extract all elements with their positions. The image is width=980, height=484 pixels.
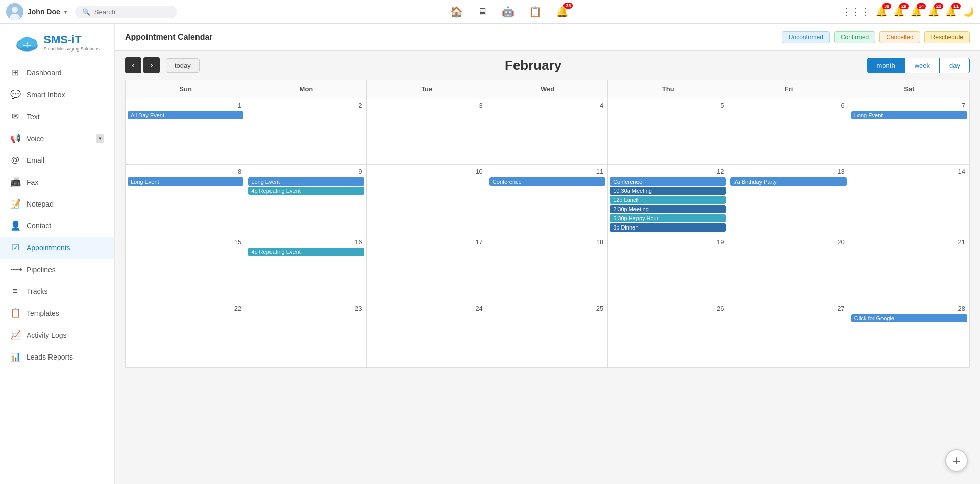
view-month-button[interactable]: month (867, 58, 905, 73)
legend-cancelled[interactable]: Cancelled (879, 31, 920, 43)
legend-confirmed[interactable]: Confirmed (834, 31, 875, 43)
darkmode-icon[interactable]: 🌙 (963, 6, 974, 17)
chevron-down-icon: ▾ (64, 9, 67, 15)
view-week-button[interactable]: week (905, 58, 940, 73)
cal-event[interactable]: 4p Repeating Event (248, 248, 364, 256)
cal-event[interactable]: 8p Dinner (610, 223, 726, 232)
cal-event[interactable]: Conference (489, 177, 605, 186)
legend-reschedule[interactable]: Reschedule (924, 31, 970, 43)
sidebar-label-smart-inbox: Smart Inbox (27, 91, 65, 99)
list-icon[interactable]: 📋 (529, 6, 542, 18)
bell-icon-1[interactable]: 🔔38 (876, 6, 887, 17)
legend-unconfirmed[interactable]: Unconfirmed (782, 31, 830, 43)
bell-icon-2[interactable]: 🔔29 (893, 6, 904, 17)
prev-button[interactable]: ‹ (125, 57, 141, 73)
day-cell[interactable]: 13 7a Birthday Party (728, 165, 849, 235)
cal-event[interactable]: Long Event (248, 177, 364, 186)
sidebar-item-appointments[interactable]: ☑ Appointments (0, 237, 114, 259)
day-cell[interactable]: 3 (366, 98, 487, 165)
day-cell[interactable]: 2 (246, 98, 366, 165)
day-cell[interactable]: 15 (126, 235, 246, 301)
day-cell[interactable]: 16 4p Repeating Event (246, 235, 366, 301)
avatar (6, 3, 23, 20)
bell-icon-3[interactable]: 🔔14 (911, 6, 922, 17)
sidebar-item-voice[interactable]: 📢 Voice ▾ (0, 128, 114, 149)
day-cell[interactable]: 28 Click for Google (849, 301, 969, 368)
appointments-icon: ☑ (10, 242, 20, 253)
cal-event[interactable]: Long Event (851, 111, 967, 119)
bell-icon-4[interactable]: 🔔22 (928, 6, 939, 17)
main-content: Appointment Calendar Unconfirmed Confirm… (115, 24, 980, 484)
day-cell[interactable]: 27 (728, 301, 849, 368)
sidebar-item-notepad[interactable]: 📝 Notepad (0, 193, 114, 215)
day-cell[interactable]: 11 Conference (487, 165, 607, 235)
view-day-button[interactable]: day (940, 58, 970, 73)
today-button[interactable]: today (166, 58, 200, 73)
day-cell[interactable]: 10 (366, 165, 487, 235)
day-cell[interactable]: 4 (487, 98, 607, 165)
sidebar-item-tracks[interactable]: ≡ Tracks (0, 281, 114, 302)
search-bar[interactable]: 🔍 (75, 6, 177, 18)
day-cell[interactable]: 7 Long Event (849, 98, 969, 165)
cal-event[interactable]: 4p Repeating Event (248, 187, 364, 195)
cal-event[interactable]: 10:30a Meeting (610, 187, 726, 195)
next-button[interactable]: › (143, 57, 160, 73)
day-cell[interactable]: 25 (487, 301, 607, 368)
sidebar-item-leads-reports[interactable]: 📊 Leads Reports (0, 346, 114, 368)
sidebar-item-smart-inbox[interactable]: 💬 Smart Inbox (0, 84, 114, 106)
sidebar-item-templates[interactable]: 📋 Templates (0, 302, 114, 324)
day-number: 23 (248, 303, 364, 313)
col-wed: Wed (487, 80, 607, 98)
cal-event[interactable]: Conference (610, 177, 726, 186)
sidebar-item-dashboard[interactable]: ⊞ Dashboard (0, 62, 114, 84)
sidebar-item-email[interactable]: @ Email (0, 149, 114, 171)
day-cell[interactable]: 19 (608, 235, 728, 301)
table-row: 22 23 24 25 26 27 28 Click for Google (126, 301, 970, 368)
sidebar-item-fax[interactable]: 📠 Fax (0, 171, 114, 193)
cal-event[interactable]: 7a Birthday Party (730, 177, 846, 186)
sidebar-item-text[interactable]: ✉ Text (0, 106, 114, 128)
cal-event[interactable]: Long Event (128, 177, 243, 186)
user-name-label: John Doe (28, 8, 60, 16)
day-cell[interactable]: 8 Long Event (126, 165, 246, 235)
cal-event[interactable]: Click for Google (851, 314, 967, 322)
add-event-button[interactable]: + (945, 449, 968, 472)
cal-event[interactable]: 2:30p Meeting (610, 205, 726, 213)
day-cell[interactable]: 12 Conference 10:30a Meeting 12p Lunch 2… (608, 165, 728, 235)
search-input[interactable] (94, 8, 166, 16)
monitor-icon[interactable]: 🖥 (477, 6, 487, 18)
bell-icon-5[interactable]: 🔔11 (945, 6, 957, 17)
day-cell[interactable]: 21 (849, 235, 969, 301)
top-navigation: John Doe ▾ 🔍 🏠 🖥 🤖 📋 🔔 38 ⋮⋮⋮ 🔔38 🔔29 🔔1… (0, 0, 980, 24)
notification-icon[interactable]: 🔔 38 (556, 6, 569, 18)
day-number: 3 (369, 100, 485, 110)
day-cell[interactable]: 9 Long Event 4p Repeating Event (246, 165, 366, 235)
nav-center-icons: 🏠 🖥 🤖 📋 🔔 38 (185, 6, 834, 18)
sidebar-item-contact[interactable]: 👤 Contact (0, 215, 114, 237)
day-cell[interactable]: 23 (246, 301, 366, 368)
calendar-toolbar: ‹ › today February month week day (115, 51, 980, 80)
cal-event[interactable]: 5:30p Happy Hour (610, 214, 726, 222)
day-cell[interactable]: 18 (487, 235, 607, 301)
user-profile[interactable]: John Doe ▾ (6, 3, 67, 20)
voice-arrow-icon: ▾ (96, 134, 104, 143)
nav-right-area: ⋮⋮⋮ 🔔38 🔔29 🔔14 🔔22 🔔11 🌙 (842, 6, 974, 17)
day-cell[interactable]: 1 All Day Event (126, 98, 246, 165)
grid-icon[interactable]: ⋮⋮⋮ (842, 6, 870, 17)
day-cell[interactable]: 17 (366, 235, 487, 301)
day-cell[interactable]: 5 (608, 98, 728, 165)
day-number: 15 (128, 237, 243, 247)
day-cell[interactable]: 14 (849, 165, 969, 235)
cal-event[interactable]: All Day Event (128, 111, 243, 119)
day-number: 11 (489, 167, 605, 176)
day-cell[interactable]: 20 (728, 235, 849, 301)
day-cell[interactable]: 24 (366, 301, 487, 368)
bot-icon[interactable]: 🤖 (502, 6, 514, 18)
sidebar-item-activity-logs[interactable]: 📈 Activity Logs (0, 324, 114, 346)
day-cell[interactable]: 22 (126, 301, 246, 368)
cal-event[interactable]: 12p Lunch (610, 196, 726, 204)
day-cell[interactable]: 6 (728, 98, 849, 165)
day-cell[interactable]: 26 (608, 301, 728, 368)
sidebar-item-pipelines[interactable]: ⟿ Pipelines (0, 259, 114, 281)
home-icon[interactable]: 🏠 (450, 6, 463, 18)
